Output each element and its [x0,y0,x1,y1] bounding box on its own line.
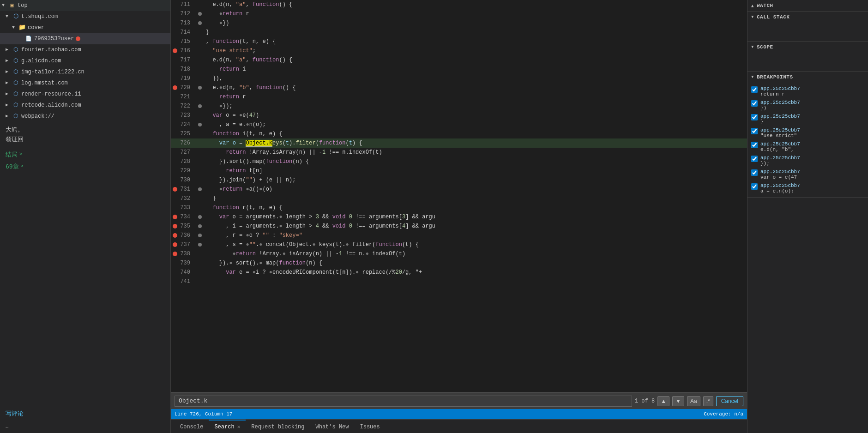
breakpoint-left[interactable] [171,242,179,247]
sidebar-link-juju[interactable]: 结局 > [0,149,170,161]
breakpoint-file: app.25c25cbb7 [760,86,864,91]
code-text: , a = e.●n(o); [204,120,747,129]
search-regex-button[interactable]: .* [703,396,713,406]
search-prev-button[interactable]: ▲ [657,396,669,406]
line-number: 726 [179,138,196,148]
sidebar-item-tshuqi[interactable]: ▼ ⬡ t.shuqi.com [0,11,170,22]
search-count: 1 of 8 [635,398,655,404]
sidebar-item-retcodealicdn[interactable]: ▶ ⬡ retcode.alicdn.com [0,100,170,111]
sidebar-item-file1[interactable]: 📄 7969353?user [0,33,170,44]
watch-header[interactable]: ▶ Watch [747,0,868,11]
code-text: var o = Object.keys(t).filter(function(t… [204,138,747,148]
scope-content [747,53,868,71]
breakpoint-checkbox[interactable] [751,156,758,162]
breakpoint-checkbox[interactable] [751,100,758,107]
sidebar-item-imgtailor[interactable]: ▶ ⬡ img-tailor.11222.cn [0,66,170,78]
sidebar-label-retcodealicdn: retcode.alicdn.com [21,101,81,110]
breakpoint-dot-red [173,233,177,238]
sidebar-item-galicdn[interactable]: ▶ ⬡ g.alicdn.com [0,55,170,66]
tree-arrow-tshuqi: ▼ [6,12,12,21]
breakpoint-right[interactable] [196,12,204,16]
breakpoint-checkbox[interactable] [751,128,758,134]
scope-label: Scope [757,44,773,50]
more-options-button[interactable]: ⋯ [0,421,170,433]
sidebar-item-webpack[interactable]: ▶ ⬡ webpack:// [0,111,170,122]
breakpoint-checkbox[interactable] [751,86,758,93]
tab-request-blocking[interactable]: Request blocking [246,420,310,433]
breakpoint-left[interactable] [171,233,179,238]
tree-arrow-imgtailor: ▶ [6,67,12,77]
breakpoint-list-item: app.25c25cbb7return r [751,84,864,98]
breakpoint-file: app.25c25cbb7 [760,183,864,188]
code-container[interactable]: 711 e.d(n, "a", function() {712 ●return … [171,0,747,392]
breakpoint-checkbox[interactable] [751,169,758,176]
breakpoint-right[interactable] [196,21,204,25]
breakpoint-right[interactable] [196,224,204,228]
code-line: 722 ●}); [171,102,747,111]
call-stack-header[interactable]: ▼ Call Stack [747,12,868,23]
code-line: 738 ●return !Array.● isArray(n) || -1 !=… [171,249,747,259]
sidebar-item-cover[interactable]: ▼ 📁 cover [0,22,170,33]
breakpoint-right[interactable] [196,123,204,126]
search-aa-button[interactable]: Aa [687,396,700,406]
breakpoint-checkbox[interactable] [751,142,758,148]
breakpoint-right[interactable] [196,215,204,219]
code-line: 711 e.d(n, "a", function() { [171,0,747,9]
sidebar-label-logmmstat: log.mmstat.com [21,78,68,88]
breakpoint-left[interactable] [171,48,179,53]
breakpoint-left[interactable] [171,85,179,90]
sidebar-link-69[interactable]: 69章 > [0,161,170,173]
tab-console[interactable]: Console [175,420,209,433]
tab-whats-new[interactable]: What's New [310,420,354,433]
breakpoints-header[interactable]: ▼ Breakpoints [747,72,868,83]
sidebar: ▼ ▣ top ▼ ⬡ t.shuqi.com ▼ 📁 cover 📄 7969… [0,0,171,433]
breakpoint-checkbox[interactable] [751,114,758,120]
sidebar-item-top[interactable]: ▼ ▣ top [0,0,170,11]
tree-arrow-logmmstat: ▶ [6,78,12,88]
code-text: } [204,194,747,203]
breakpoint-text: app.25c25cbb7"use strict" [760,127,864,138]
search-next-button[interactable]: ▼ [672,396,684,406]
write-comment-label: 写评论 [6,409,24,418]
watch-arrow-icon: ▶ [750,4,755,7]
breakpoint-right[interactable] [196,234,204,237]
tab-issues[interactable]: Issues [355,420,386,433]
breakpoint-right[interactable] [196,187,204,191]
breakpoint-left[interactable] [171,215,179,219]
status-coverage: Coverage: n/a [704,411,743,417]
breakpoints-content: app.25c25cbb7return rapp.25c25cbb7})app.… [747,83,868,197]
search-cancel-button[interactable]: Cancel [716,396,743,406]
sidebar-label-imgtailor: img-tailor.11222.cn [21,67,84,77]
search-input[interactable] [175,396,632,407]
breakpoint-dot-gray [198,243,202,247]
breakpoint-left[interactable] [171,187,179,192]
breakpoint-code: }) [760,105,864,111]
chevron-right-icon-69: > [21,164,24,169]
line-number: 711 [179,0,196,9]
breakpoint-right[interactable] [196,86,204,90]
code-editor[interactable]: 711 e.d(n, "a", function() {712 ●return … [171,0,747,392]
breakpoint-file: app.25c25cbb7 [760,155,864,161]
sidebar-item-fourier[interactable]: ▶ ⬡ fourier.taobao.com [0,44,170,55]
line-number: 735 [179,222,196,231]
line-number: 719 [179,74,196,83]
code-line: 739 }).● sort().● map(function(n) { [171,259,747,268]
line-number: 722 [179,102,196,111]
breakpoint-checkbox[interactable] [751,183,758,190]
breakpoint-dot-gray [198,12,202,16]
status-position: Line 726, Column 17 [175,411,698,417]
sidebar-item-renderresource[interactable]: ▶ ⬡ render-resource.11 [0,89,170,100]
sidebar-item-logmmstat[interactable]: ▶ ⬡ log.mmstat.com [0,78,170,89]
write-comment-button[interactable]: 写评论 [0,406,170,421]
line-number: 734 [179,212,196,222]
breakpoint-left[interactable] [171,252,179,256]
breakpoint-list-item: app.25c25cbb7}); [751,154,864,168]
code-line: 721 return r [171,92,747,102]
scope-header[interactable]: ▼ Scope [747,42,868,53]
breakpoint-right[interactable] [196,243,204,247]
breakpoint-right[interactable] [196,104,204,108]
sidebar-link-label-69: 69章 [6,162,19,171]
tab-search[interactable]: Search ✕ [209,420,246,433]
tab-search-close[interactable]: ✕ [237,424,241,430]
breakpoint-left[interactable] [171,224,179,229]
